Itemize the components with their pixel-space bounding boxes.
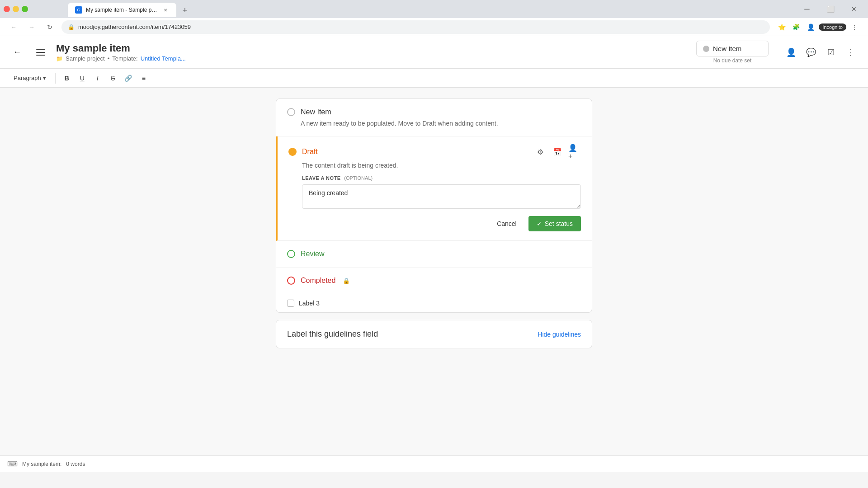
comments-icon-button[interactable]: 💬 [803, 44, 819, 61]
status-radio-draft[interactable] [288, 148, 297, 156]
note-actions: Cancel ✓ Set status [302, 216, 581, 231]
status-label: New Item [713, 45, 741, 52]
bottom-item-name: My sample item: [22, 461, 61, 467]
status-item-review: Review [276, 241, 592, 267]
browser-extensions-button[interactable]: ⭐ [775, 21, 788, 33]
profile-button[interactable]: 👤 [804, 21, 817, 33]
paragraph-style-select[interactable]: Paragraph ▾ [9, 73, 51, 83]
due-date-label: No due date set [713, 57, 752, 64]
status-item-completed: Completed 🔒 [276, 267, 592, 294]
status-desc-draft: The content draft is being created. [302, 162, 581, 169]
browser-tab[interactable]: G My sample item - Sample proje... ✕ [68, 3, 176, 17]
lock-icon: 🔒 [343, 277, 350, 284]
status-desc-new: A new item ready to be populated. Move t… [301, 120, 581, 127]
status-radio-review[interactable] [287, 250, 295, 258]
list-button[interactable]: ≡ [137, 71, 151, 85]
hamburger-icon [36, 48, 45, 57]
back-button[interactable]: ← [9, 44, 25, 61]
underline-button[interactable]: U [75, 71, 89, 85]
extensions-icon[interactable]: 🧩 [790, 21, 802, 33]
strikethrough-button[interactable]: S [106, 71, 120, 85]
meta-separator: • [108, 55, 110, 62]
calendar-icon[interactable]: 📅 [551, 145, 564, 158]
template-link[interactable]: Untitled Templa... [141, 55, 186, 62]
template-label: Template: [112, 55, 137, 62]
paragraph-label: Paragraph [14, 75, 41, 81]
note-section: LEAVE A NOTE (OPTIONAL) Cancel ✓ Set sta… [302, 175, 581, 231]
window-restore-btn[interactable]: ⬜ [820, 2, 841, 16]
hide-guidelines-button[interactable]: Hide guidelines [538, 331, 581, 338]
user-icon-button[interactable]: 👤 [783, 44, 799, 61]
folder-icon: 📁 [56, 56, 63, 62]
window-maximize-button[interactable]: + [22, 6, 28, 12]
status-indicator-dot [703, 46, 709, 52]
bold-button[interactable]: B [60, 71, 74, 85]
cancel-button[interactable]: Cancel [490, 216, 524, 231]
note-textarea[interactable] [302, 184, 581, 209]
svg-rect-1 [36, 52, 45, 53]
paragraph-chevron-icon: ▾ [43, 75, 46, 81]
status-radio-new[interactable] [287, 108, 295, 116]
ssl-lock-icon: 🔒 [68, 24, 75, 30]
bottom-status-bar: ⌨ My sample item: 0 words [0, 455, 868, 472]
status-dropdown[interactable]: New Item [696, 41, 769, 56]
tab-close-button[interactable]: ✕ [162, 6, 169, 14]
window-minimize-button[interactable]: − [13, 6, 19, 12]
guidelines-title: Label this guidelines field [287, 329, 378, 339]
window-minimize-btn[interactable]: ─ [797, 2, 817, 16]
status-item-new: New Item A new item ready to be populate… [276, 99, 592, 136]
checkmark-icon: ✓ [537, 220, 542, 227]
checkbox-item: Label 3 [276, 294, 592, 312]
assign-user-icon[interactable]: 👤+ [568, 145, 581, 158]
forward-nav-button[interactable]: → [25, 21, 38, 33]
svg-rect-0 [36, 49, 45, 50]
note-label: LEAVE A NOTE (OPTIONAL) [302, 175, 581, 181]
checkbox-label3[interactable] [287, 300, 294, 307]
tab-favicon: G [75, 6, 82, 14]
window-close-button[interactable]: ✕ [4, 6, 10, 12]
note-optional-label: (OPTIONAL) [344, 175, 373, 181]
link-button[interactable]: 🔗 [122, 71, 135, 85]
more-menu-button[interactable]: ⋮ [848, 21, 861, 33]
set-status-button[interactable]: ✓ Set status [528, 216, 581, 231]
main-content-area: New Item A new item ready to be populate… [0, 88, 868, 455]
guidelines-section: Label this guidelines field Hide guideli… [276, 320, 592, 348]
settings-icon[interactable]: ⚙ [534, 145, 547, 158]
status-item-draft: Draft ⚙ 📅 👤+ The content draft is being … [276, 136, 592, 241]
url-bar[interactable]: 🔒 moodjoy.gathercontent.com/item/1742305… [61, 20, 770, 34]
status-name-completed: Completed [301, 277, 335, 285]
italic-button[interactable]: I [91, 71, 104, 85]
status-name-new: New Item [301, 108, 331, 116]
tasks-icon-button[interactable]: ☑ [823, 44, 839, 61]
status-name-review: Review [301, 250, 324, 258]
more-options-button[interactable]: ⋮ [843, 44, 859, 61]
incognito-label: Incognito [819, 23, 846, 31]
url-text: moodjoy.gathercontent.com/item/17423059 [78, 23, 191, 30]
project-name: Sample project [66, 55, 105, 62]
status-radio-completed[interactable] [287, 277, 295, 285]
window-close-btn[interactable]: ✕ [844, 2, 864, 16]
reload-button[interactable]: ↻ [43, 21, 56, 33]
status-name-draft: Draft [302, 148, 318, 156]
new-tab-button[interactable]: + [178, 4, 192, 17]
bottom-icon: ⌨ [7, 460, 18, 468]
page-title: My sample item [56, 42, 689, 54]
svg-rect-2 [36, 55, 45, 56]
back-nav-button[interactable]: ← [7, 21, 20, 33]
bottom-word-count: 0 words [66, 461, 85, 467]
status-panel: New Item A new item ready to be populate… [276, 99, 592, 313]
checkbox-label3-text: Label 3 [299, 300, 320, 307]
toolbar-separator-1 [55, 73, 56, 84]
hamburger-menu-button[interactable] [33, 44, 49, 61]
tab-title: My sample item - Sample proje... [86, 7, 158, 13]
